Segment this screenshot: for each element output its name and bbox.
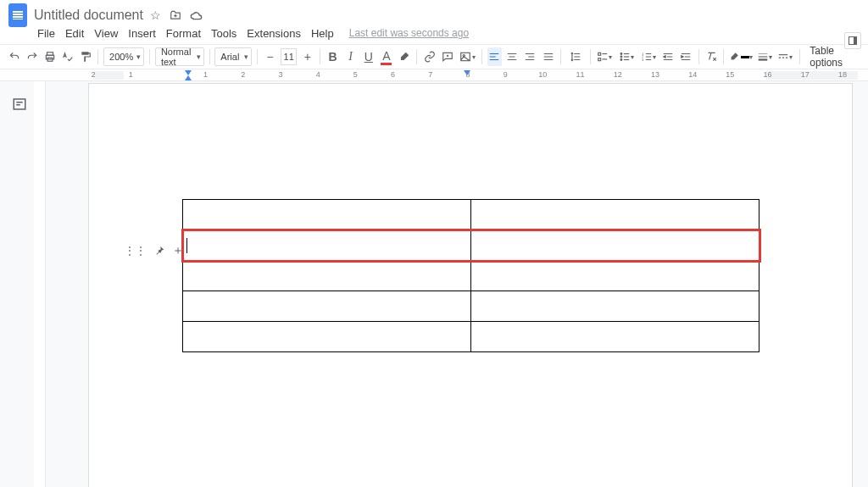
ruler-tick: 12 — [614, 70, 622, 79]
table-cell[interactable] — [471, 261, 760, 291]
menu-view[interactable]: View — [94, 27, 118, 40]
document-canvas[interactable]: ⋮⋮ ＋ — [46, 81, 868, 487]
pin-row-icon[interactable] — [153, 245, 165, 257]
title-bar: Untitled document ☆ — [0, 0, 868, 25]
document-table[interactable] — [182, 199, 760, 352]
menu-insert[interactable]: Insert — [128, 27, 156, 40]
align-left-button[interactable] — [487, 47, 502, 66]
text-color-button[interactable]: A — [379, 47, 393, 66]
ruler-tick: 15 — [726, 70, 734, 79]
ruler-tick: 1 — [129, 70, 133, 79]
redo-button[interactable] — [25, 47, 39, 66]
ruler-tick: 3 — [278, 70, 282, 79]
table-cell[interactable] — [183, 291, 471, 322]
highlight-button[interactable] — [397, 47, 411, 66]
table-row[interactable] — [183, 261, 760, 291]
workspace: ⋮⋮ ＋ — [0, 81, 868, 487]
border-dash-button[interactable]: ▾ — [776, 47, 793, 66]
insert-image-button[interactable]: ▾ — [458, 47, 476, 66]
table-cell[interactable] — [471, 291, 760, 322]
vertical-ruler[interactable] — [34, 81, 46, 487]
cloud-status-icon[interactable] — [190, 9, 203, 21]
menu-tools[interactable]: Tools — [211, 27, 236, 40]
svg-rect-6 — [598, 58, 601, 61]
side-panel-toggle[interactable] — [844, 32, 861, 49]
border-color-button[interactable]: ▾ — [729, 47, 753, 66]
horizontal-ruler[interactable]: 21123456789101112131415161718 — [0, 69, 868, 81]
increase-font-button[interactable]: + — [300, 47, 314, 66]
star-icon[interactable]: ☆ — [150, 8, 161, 22]
table-row[interactable] — [183, 230, 760, 261]
font-select[interactable]: Arial — [214, 47, 252, 66]
table-cell[interactable] — [471, 200, 760, 230]
menu-help[interactable]: Help — [311, 27, 334, 40]
font-size-input[interactable]: 11 — [281, 48, 297, 65]
ruler-tick: 18 — [838, 70, 847, 79]
table-cell[interactable] — [471, 230, 760, 261]
menu-format[interactable]: Format — [166, 27, 201, 40]
document-outline-button[interactable] — [12, 97, 27, 112]
ruler-tick: 14 — [688, 70, 697, 79]
svg-point-7 — [620, 53, 622, 55]
svg-rect-5 — [598, 53, 601, 55]
clear-formatting-button[interactable] — [704, 47, 718, 66]
ruler-tick: 8 — [465, 70, 470, 79]
ruler-tick: 7 — [428, 70, 432, 79]
docs-logo[interactable] — [8, 3, 27, 27]
ruler-tick: 4 — [316, 70, 320, 79]
table-row[interactable] — [183, 291, 760, 322]
border-width-button[interactable]: ▾ — [756, 47, 773, 66]
align-center-button[interactable] — [505, 47, 520, 66]
checklist-button[interactable]: ▾ — [595, 47, 614, 66]
text-cursor — [186, 238, 187, 253]
menu-extensions[interactable]: Extensions — [247, 27, 301, 40]
ruler-tick: 16 — [764, 70, 772, 79]
ruler-tick: 2 — [91, 70, 95, 79]
move-icon[interactable] — [170, 9, 181, 21]
table-cell[interactable] — [471, 322, 760, 352]
table-row[interactable] — [183, 200, 760, 230]
menu-file[interactable]: File — [37, 27, 55, 40]
decrease-indent-button[interactable] — [661, 47, 676, 66]
table-cell[interactable] — [183, 261, 471, 291]
italic-button[interactable]: I — [343, 47, 358, 66]
document-title[interactable]: Untitled document — [34, 8, 143, 23]
ruler-tick: 9 — [504, 70, 508, 79]
paint-format-button[interactable] — [78, 47, 92, 66]
menu-bar: File Edit View Insert Format Tools Exten… — [0, 25, 868, 44]
drag-row-icon[interactable]: ⋮⋮ — [125, 245, 147, 257]
table-row[interactable] — [183, 322, 760, 352]
bold-button[interactable]: B — [326, 47, 340, 66]
ruler-tick: 11 — [576, 70, 585, 79]
underline-button[interactable]: U — [361, 47, 376, 66]
line-spacing-button[interactable] — [566, 47, 585, 66]
insert-comment-button[interactable] — [440, 47, 454, 66]
table-cell[interactable] — [183, 230, 471, 261]
last-edit-link[interactable]: Last edit was seconds ago — [349, 27, 469, 39]
numbered-list-button[interactable]: 123▾ — [639, 47, 658, 66]
align-justify-button[interactable] — [541, 47, 555, 66]
svg-text:3: 3 — [642, 58, 643, 62]
ruler-tick: 17 — [801, 70, 810, 79]
decrease-font-button[interactable]: − — [263, 47, 277, 66]
table-cell[interactable] — [183, 200, 471, 230]
ruler-tick: 1 — [203, 70, 208, 79]
svg-point-9 — [620, 59, 622, 61]
ruler-tick: 2 — [241, 70, 245, 79]
paragraph-style-select[interactable]: Normal text — [155, 47, 204, 66]
print-button[interactable] — [42, 47, 57, 66]
ruler-tick: 10 — [538, 70, 547, 79]
zoom-select[interactable]: 200% — [103, 47, 144, 66]
page[interactable]: ⋮⋮ ＋ — [88, 83, 853, 487]
undo-button[interactable] — [7, 47, 21, 66]
spellcheck-button[interactable] — [60, 47, 75, 66]
align-right-button[interactable] — [523, 47, 537, 66]
row-controls: ⋮⋮ ＋ — [125, 243, 184, 258]
toolbar: 200% Normal text Arial − 11 + B I U A ▾ … — [0, 44, 868, 69]
ruler-tick: 6 — [391, 70, 395, 79]
bulleted-list-button[interactable]: ▾ — [617, 47, 636, 66]
insert-link-button[interactable] — [422, 47, 437, 66]
table-cell[interactable] — [183, 322, 471, 352]
increase-indent-button[interactable] — [679, 47, 693, 66]
menu-edit[interactable]: Edit — [65, 27, 84, 40]
